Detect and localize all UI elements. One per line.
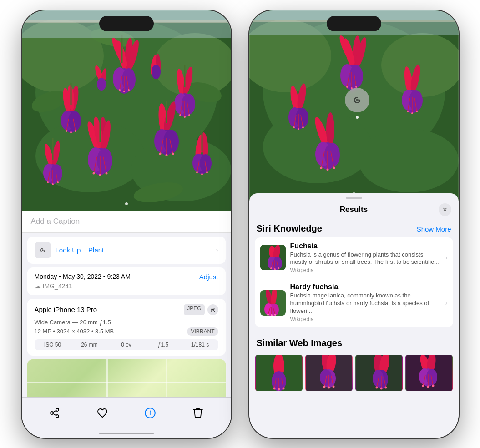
svg-point-71 — [196, 171, 198, 173]
svg-point-48 — [97, 78, 106, 91]
lookup-label: Look Up – Plant — [56, 246, 104, 254]
info-button[interactable]: i — [140, 403, 160, 423]
device-name: Apple iPhone 13 Pro — [35, 306, 97, 313]
knowledge-item-fuchsia[interactable]: Fuchsia Fuchsia is a genus of flowering … — [255, 237, 453, 279]
svg-point-28 — [68, 111, 81, 131]
svg-point-191 — [274, 314, 276, 316]
cloud-icon: ☁ — [35, 282, 41, 290]
right-photo-view[interactable] — [249, 10, 459, 201]
map-view[interactable] — [27, 359, 226, 397]
notch — [99, 16, 154, 31]
svg-point-200 — [282, 387, 284, 389]
svg-point-117 — [359, 129, 459, 192]
svg-point-162 — [326, 168, 328, 171]
home-indicator — [99, 433, 154, 434]
svg-point-56 — [51, 164, 62, 182]
svg-point-209 — [323, 385, 325, 388]
svg-point-111 — [150, 411, 151, 412]
caption-area[interactable]: Add a Caption — [22, 211, 231, 233]
svg-point-157 — [324, 143, 340, 167]
svg-point-32 — [66, 130, 67, 132]
svg-point-154 — [326, 112, 334, 147]
right-content: Results ✕ Siri Knowledge Show More — [249, 10, 459, 438]
visual-lookup-dot — [356, 116, 359, 119]
lookup-row[interactable]: Look Up – Plant › — [27, 237, 226, 264]
share-button[interactable] — [45, 403, 65, 423]
photo-view[interactable] — [22, 10, 231, 211]
svg-point-222 — [384, 386, 387, 388]
siri-knowledge-header: Siri Knowledge Show More — [255, 220, 453, 237]
svg-point-86 — [105, 172, 107, 174]
svg-point-96 — [165, 154, 167, 156]
svg-point-60 — [47, 181, 49, 183]
similar-image-4[interactable] — [405, 355, 453, 391]
svg-point-205 — [320, 369, 332, 386]
similar-images-row — [255, 355, 453, 391]
similar-images-section: Similar Web Images — [249, 331, 459, 395]
svg-point-97 — [172, 152, 174, 155]
map-background — [27, 359, 226, 397]
siri-knowledge-section: Siri Knowledge Show More — [249, 220, 459, 331]
device-section: Apple iPhone 13 Pro JPEG ◎ Wide Camera —… — [27, 299, 226, 356]
left-scroll-view[interactable]: Add a Caption Look Up – Plant › — [22, 10, 231, 397]
results-close-button[interactable]: ✕ — [439, 203, 451, 216]
svg-point-198 — [273, 387, 275, 389]
meta-section: Monday • May 30, 2022 • 9:23 AM Adjust ☁… — [27, 267, 226, 295]
left-phone: Add a Caption Look Up – Plant › — [22, 10, 231, 438]
svg-point-216 — [373, 370, 384, 387]
vibrant-badge: VIBRANT — [187, 327, 218, 336]
lookup-icon — [35, 242, 51, 258]
similar-image-1[interactable] — [255, 355, 303, 391]
hardy-fuchsia-info: Hardy fuchsia Fuchsia magellanica, commo… — [290, 283, 441, 322]
knowledge-item-hardy-fuchsia[interactable]: Hardy fuchsia Fuchsia magellanica, commo… — [255, 278, 453, 327]
results-header: Results ✕ — [249, 199, 459, 220]
svg-point-34 — [75, 130, 76, 132]
caption-placeholder[interactable]: Add a Caption — [31, 217, 80, 226]
bottom-toolbar: i — [22, 397, 231, 438]
svg-point-108 — [42, 249, 43, 251]
visual-lookup-button[interactable] — [345, 88, 369, 112]
svg-point-51 — [152, 65, 161, 79]
svg-point-139 — [293, 126, 295, 128]
favorite-button[interactable] — [92, 403, 112, 423]
svg-point-128 — [346, 86, 348, 88]
svg-point-22 — [128, 89, 130, 91]
svg-point-73 — [206, 171, 208, 173]
svg-point-33 — [70, 131, 72, 133]
svg-point-62 — [57, 181, 59, 183]
adjust-button[interactable]: Adjust — [199, 273, 218, 281]
delete-button[interactable] — [188, 403, 208, 423]
siri-knowledge-title: Siri Knowledge — [257, 223, 322, 234]
svg-point-21 — [123, 91, 125, 92]
fuchsia-name: Fuchsia — [290, 242, 441, 250]
svg-point-189 — [267, 314, 269, 316]
format-badge: JPEG — [184, 304, 204, 315]
svg-point-44 — [184, 116, 186, 118]
svg-point-135 — [296, 108, 308, 128]
fuchsia-info: Fuchsia Fuchsia is a genus of flowering … — [290, 242, 441, 274]
knowledge-card: Fuchsia Fuchsia is a genus of flowering … — [255, 237, 453, 327]
similar-image-3[interactable] — [355, 355, 403, 391]
svg-point-61 — [52, 183, 54, 185]
similar-image-2[interactable] — [305, 355, 353, 391]
svg-point-177 — [270, 267, 272, 269]
hardy-fuchsia-chevron-icon: › — [445, 299, 448, 307]
exif-shutter: 1/181 s — [182, 339, 218, 350]
results-panel[interactable]: Results ✕ Siri Knowledge Show More — [249, 193, 459, 438]
fuchsia-source: Wikipedia — [290, 267, 441, 273]
svg-point-211 — [332, 385, 334, 388]
fuchsia-chevron-icon: › — [445, 254, 448, 261]
svg-point-141 — [302, 126, 304, 128]
meta-filename: ☁ IMG_4241 — [35, 282, 218, 290]
fuchsia-thumbnail — [260, 245, 286, 270]
location-icon: ◎ — [207, 304, 218, 315]
svg-point-45 — [188, 114, 190, 116]
svg-point-232 — [422, 384, 424, 387]
exif-iso: ISO 50 — [35, 339, 71, 350]
svg-point-221 — [380, 387, 382, 389]
svg-point-151 — [411, 112, 413, 114]
show-more-button[interactable]: Show More — [417, 225, 451, 233]
exif-mm: 26 mm — [71, 339, 108, 350]
svg-point-91 — [163, 130, 179, 153]
svg-point-220 — [375, 386, 378, 388]
